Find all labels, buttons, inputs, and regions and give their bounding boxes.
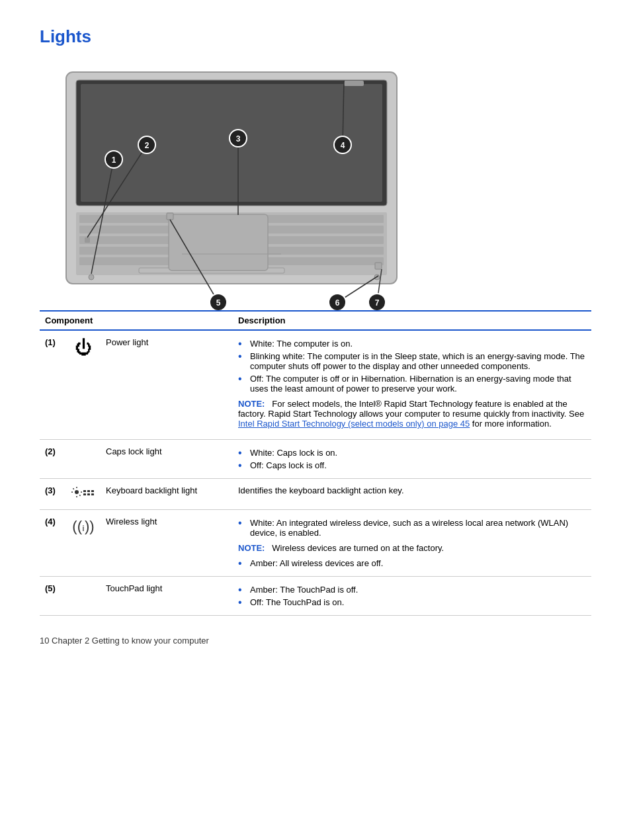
row-num: (4) (40, 510, 66, 577)
laptop-diagram: 1 2 3 4 5 6 7 (40, 59, 423, 304)
bullet-item: Off: The TouchPad is on. (238, 596, 586, 609)
component-name: Wireless light (101, 510, 233, 577)
svg-text:6: 6 (335, 298, 340, 308)
component-name: TouchPad light (101, 577, 233, 616)
page-title: Lights (40, 26, 591, 47)
note-block: NOTE: Wireless devices are turned on at … (238, 543, 586, 553)
bullet-item: White: An integrated wireless device, su… (238, 517, 586, 539)
bullet-item: White: The computer is on. (238, 337, 586, 350)
svg-text:2: 2 (145, 141, 149, 150)
table-row: (5) TouchPad light Amber: The TouchPad i… (40, 577, 591, 616)
bullet-item: Amber: All wireless devices are off. (238, 557, 586, 569)
keyboard-backlight-icon (66, 479, 101, 510)
note-label: NOTE: (238, 399, 265, 409)
note-link[interactable]: Intel Rapid Start Technology (select mod… (238, 419, 470, 429)
component-desc: White: The computer is on. Blinking whit… (233, 330, 591, 440)
table-row: (3) (40, 479, 591, 510)
component-desc: Amber: The TouchPad is off. Off: The Tou… (233, 577, 591, 616)
bullet-item: Amber: The TouchPad is off. (238, 583, 586, 596)
page-footer: 10 Chapter 2 Getting to know your comput… (40, 636, 591, 646)
capslock-icon (66, 440, 101, 479)
component-name: Caps lock light (101, 440, 233, 479)
svg-text:7: 7 (375, 298, 380, 308)
svg-rect-47 (87, 490, 90, 492)
svg-text:((ᵢ)): ((ᵢ)) (72, 518, 94, 534)
svg-rect-12 (344, 81, 364, 86)
power-icon: ⏻ (66, 330, 101, 440)
row-num: (3) (40, 479, 66, 510)
row-num: (2) (40, 440, 66, 479)
component-name: Keyboard backlight light (101, 479, 233, 510)
svg-rect-48 (91, 490, 94, 492)
bullet-item: White: Caps lock is on. (238, 446, 586, 459)
components-table: Component Description (1) ⏻ Power light … (40, 310, 591, 616)
svg-line-44 (73, 488, 73, 489)
svg-line-45 (79, 495, 80, 495)
laptop-svg: 1 2 3 4 5 6 7 (40, 59, 423, 310)
col-header-description: Description (233, 311, 591, 330)
bullet-item: Off: The computer is off or in Hibernati… (238, 372, 586, 395)
component-desc: White: Caps lock is on. Off: Caps lock i… (233, 440, 591, 479)
svg-text:3: 3 (236, 134, 241, 144)
svg-rect-50 (87, 493, 90, 495)
svg-rect-49 (83, 493, 86, 495)
svg-rect-17 (375, 263, 382, 269)
note-label: NOTE: (238, 543, 265, 553)
touchpad-icon (66, 577, 101, 616)
component-name: Power light (101, 330, 233, 440)
svg-text:1: 1 (112, 155, 116, 165)
svg-point-14 (89, 274, 94, 280)
svg-rect-13 (85, 237, 90, 243)
svg-text:4: 4 (341, 141, 345, 150)
table-row: (4) ((ᵢ)) Wireless light White: An integ… (40, 510, 591, 577)
component-desc: Identifies the keyboard backlight action… (233, 479, 591, 510)
row-num: (1) (40, 330, 66, 440)
svg-rect-51 (91, 493, 94, 495)
bullet-item: Blinking white: The computer is in the S… (238, 350, 586, 372)
row-num: (5) (40, 577, 66, 616)
svg-text:5: 5 (216, 298, 221, 308)
table-row: (1) ⏻ Power light White: The computer is… (40, 330, 591, 440)
table-row: (2) Caps lock light White: Caps lock is … (40, 440, 591, 479)
component-desc: White: An integrated wireless device, su… (233, 510, 591, 577)
svg-point-39 (75, 490, 79, 494)
svg-rect-16 (167, 213, 173, 220)
bullet-item: Off: Caps lock is off. (238, 459, 586, 472)
col-header-component: Component (40, 311, 233, 330)
svg-rect-46 (83, 490, 86, 492)
note-block: NOTE: For select models, the Intel® Rapi… (238, 399, 586, 429)
wireless-icon: ((ᵢ)) (66, 510, 101, 577)
